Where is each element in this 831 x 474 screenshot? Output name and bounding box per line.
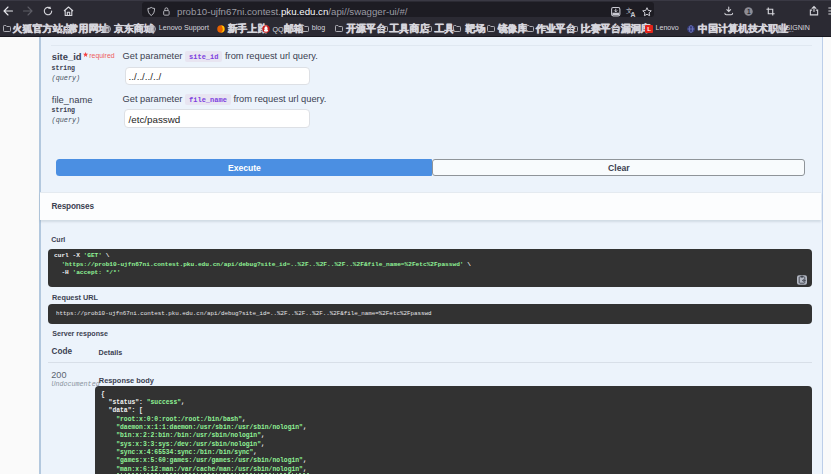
svg-text:1: 1 <box>747 8 751 15</box>
svg-text:L: L <box>647 26 651 33</box>
svg-text:A: A <box>631 11 636 18</box>
